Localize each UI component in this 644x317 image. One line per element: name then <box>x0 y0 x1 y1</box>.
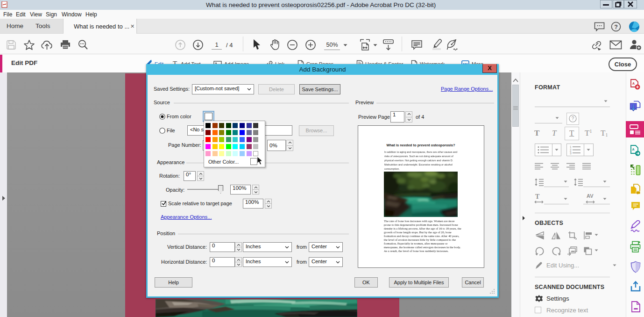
svg-text:?: ? <box>572 116 574 121</box>
svg-text:?: ? <box>614 24 618 30</box>
svg-text:A: A <box>632 148 635 151</box>
svg-text:3: 3 <box>570 151 572 154</box>
svg-text:A: A <box>632 82 635 85</box>
